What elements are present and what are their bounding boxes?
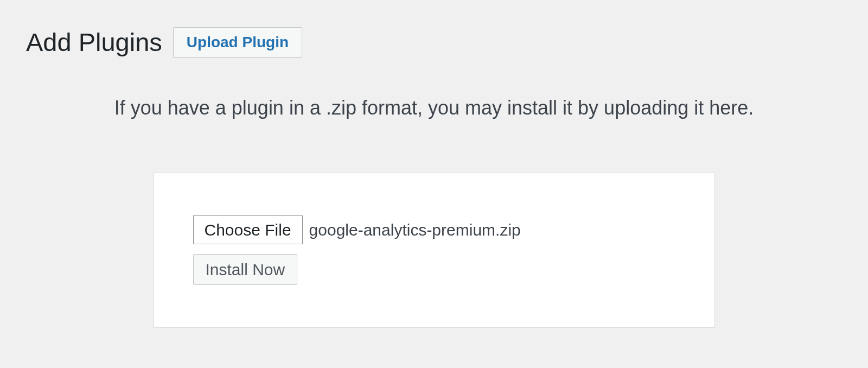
page-wrap: Add Plugins Upload Plugin If you have a … [0,0,868,328]
selected-file-name: google-analytics-premium.zip [309,221,521,239]
page-header: Add Plugins Upload Plugin [26,27,842,58]
upload-help-text: If you have a plugin in a .zip format, y… [26,96,842,121]
install-now-button[interactable]: Install Now [193,254,298,285]
file-input-row: Choose File google-analytics-premium.zip [193,215,675,244]
upload-form: Choose File google-analytics-premium.zip… [154,173,715,328]
choose-file-button[interactable]: Choose File [193,215,303,244]
upload-plugin-button[interactable]: Upload Plugin [173,27,302,58]
page-title: Add Plugins [26,27,162,58]
